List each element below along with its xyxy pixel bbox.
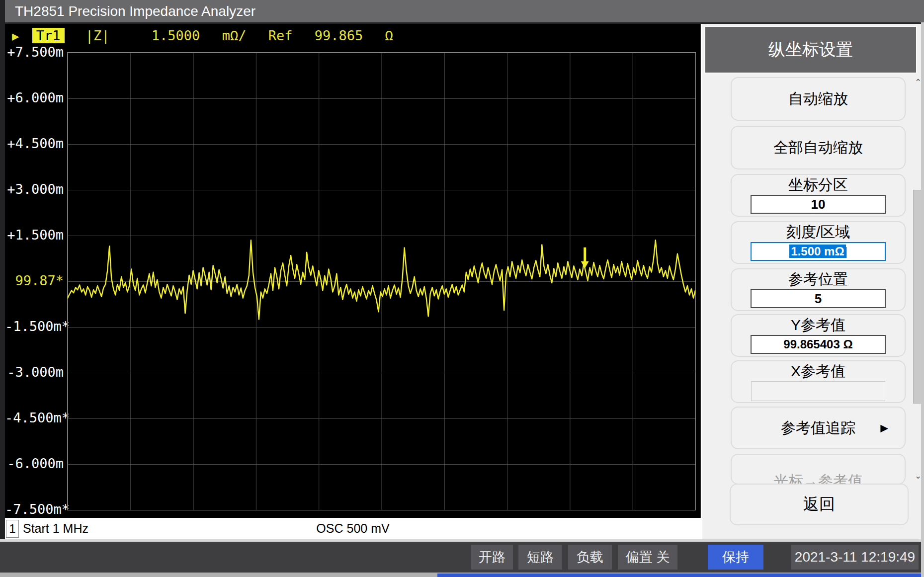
- window-bottom-border-blue: [437, 574, 924, 577]
- scale-per-division-group: 刻度/区域 1.500 mΩ: [731, 221, 906, 264]
- impedance-trace: [68, 53, 695, 510]
- trace-header: ▶ Tr1 |Z| 1.5000 mΩ/ Ref 99.865 Ω: [12, 28, 407, 45]
- datetime-display: 2021-3-11 12:19:49: [791, 545, 919, 570]
- reference-position-group: 参考位置 5: [731, 268, 906, 311]
- back-button[interactable]: 返回: [730, 484, 909, 525]
- bias-off-button[interactable]: 偏置 关: [618, 545, 677, 570]
- trace-scale-value: 1.5000: [152, 28, 200, 43]
- channel-number-box: 1: [6, 520, 19, 538]
- text-cursor: [846, 247, 847, 258]
- y-axis-label: +3.000m: [5, 182, 64, 197]
- y-axis-label: -7.500m*: [5, 502, 64, 517]
- start-frequency-label: Start 1 MHz: [23, 521, 88, 536]
- trace-ref-unit: Ω: [385, 28, 393, 43]
- divisions-label: 坐标分区: [732, 176, 905, 194]
- reference-track-label: 参考值追踪: [781, 418, 855, 438]
- load-correction-button[interactable]: 负载: [568, 545, 612, 570]
- panel-title: 纵坐标设置: [704, 26, 917, 74]
- auto-scale-button[interactable]: 自动缩放: [731, 77, 906, 121]
- reference-position-label: 参考位置: [732, 270, 905, 288]
- y-axis-label: +6.000m: [5, 90, 64, 105]
- scale-per-division-label: 刻度/区域: [732, 223, 905, 241]
- y-axis-label: -6.000m: [5, 456, 64, 471]
- osc-level-label: OSC 500 mV: [283, 521, 422, 536]
- x-reference-group: X参考值: [731, 360, 906, 403]
- auto-scale-all-button[interactable]: 全部自动缩放: [731, 126, 906, 169]
- divisions-group: 坐标分区 10: [731, 174, 906, 217]
- y-axis-label: -1.500m*: [5, 319, 64, 334]
- trace-scale-unit: mΩ/: [222, 28, 247, 43]
- y-reference-group: Y参考值 99.865403 Ω: [731, 314, 906, 357]
- y-axis-label: +4.500m: [5, 136, 64, 151]
- app-window: TH2851 Precision Impedance Analyzer ▶ Tr…: [0, 0, 924, 577]
- x-reference-input[interactable]: [751, 381, 885, 401]
- bottom-toolbar: 开路 短路 负载 偏置 关 保持 2021-3-11 12:19:49: [0, 542, 924, 573]
- plot-grid: [67, 52, 696, 510]
- x-reference-label: X参考值: [732, 362, 905, 380]
- window-title: TH2851 Precision Impedance Analyzer: [15, 0, 255, 22]
- y-axis-label: +7.500m: [5, 45, 64, 60]
- scale-per-division-input[interactable]: 1.500 mΩ: [751, 242, 886, 261]
- active-trace-arrow-icon: ▶: [12, 29, 19, 43]
- y-reference-input[interactable]: 99.865403 Ω: [751, 335, 886, 354]
- selected-text: 1.500 mΩ: [789, 245, 845, 258]
- trace-ref-label: Ref: [268, 28, 293, 43]
- open-correction-button[interactable]: 开路: [471, 545, 513, 570]
- reference-track-button[interactable]: 参考值追踪 ►: [731, 407, 906, 449]
- reference-position-input[interactable]: 5: [751, 289, 886, 308]
- short-correction-button[interactable]: 短路: [518, 545, 562, 570]
- cursor-to-reference-label: 光标→参考值: [773, 471, 863, 485]
- trace-marker-head-icon: [581, 261, 589, 268]
- trace-parameter: |Z|: [85, 28, 110, 43]
- vertical-axis-settings-panel: 纵坐标设置 自动缩放 全部自动缩放 坐标分区 10 刻度/区域 1.500 mΩ…: [701, 24, 924, 540]
- title-bar: TH2851 Precision Impedance Analyzer: [5, 0, 924, 22]
- y-axis-label: +1.500m: [5, 228, 64, 243]
- y-reference-label: Y参考值: [732, 316, 905, 334]
- submenu-arrow-icon: ►: [878, 420, 891, 436]
- trace-ref-value: 99.865: [315, 28, 363, 43]
- y-axis-label: -3.000m: [5, 365, 64, 380]
- y-axis-reference-label: 99.87*: [5, 273, 64, 288]
- divisions-input[interactable]: 10: [751, 195, 886, 214]
- trace-name-chip[interactable]: Tr1: [32, 28, 65, 43]
- cursor-to-reference-button[interactable]: 光标→参考值: [731, 454, 906, 485]
- hold-button[interactable]: 保持: [708, 545, 763, 570]
- window-right-border: [921, 22, 924, 577]
- y-axis-label: -4.500m*: [5, 411, 64, 425]
- plot-area: ▶ Tr1 |Z| 1.5000 mΩ/ Ref 99.865 Ω +7.500…: [5, 24, 700, 518]
